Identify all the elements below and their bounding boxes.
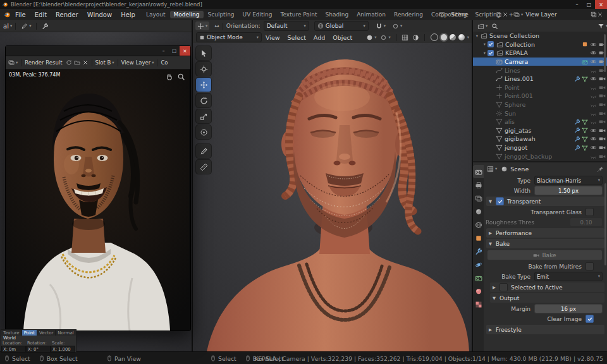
scene-selector[interactable]: ▾ Scene xyxy=(439,10,508,20)
active-tool-button[interactable]: ▾ xyxy=(195,21,209,30)
outliner-item-scene-collection[interactable]: ▾Scene Collection xyxy=(473,32,607,40)
properties-tab-view-layer[interactable] xyxy=(473,191,484,205)
minimize-button[interactable]: – xyxy=(571,0,583,9)
filter-width-slider[interactable]: 1.50 px xyxy=(534,186,603,195)
output-panel-header[interactable]: ▼ Output xyxy=(490,293,604,303)
orientation-dropdown[interactable]: Default▾ xyxy=(264,21,309,31)
hide-in-viewport-toggle[interactable] xyxy=(590,101,597,108)
render-layer-dropdown[interactable]: View Layer xyxy=(121,59,151,66)
hide-in-viewport-toggle[interactable] xyxy=(590,144,597,151)
outliner-item-alis[interactable]: alis xyxy=(473,118,607,126)
collection-checkbox[interactable] xyxy=(487,41,494,47)
properties-tab-material[interactable] xyxy=(473,284,484,298)
disable-in-renders-toggle[interactable] xyxy=(599,84,606,91)
render-result-selector[interactable]: Render Result xyxy=(25,59,62,66)
performance-panel-header[interactable]: ▶ Performance xyxy=(486,228,604,238)
pixel-filter-type-dropdown[interactable]: Blackman-Harris▾ xyxy=(534,176,603,185)
workspace-tab-modeling[interactable]: Modeling xyxy=(170,11,204,18)
annotate-tool[interactable] xyxy=(196,144,211,158)
unlink-image-icon[interactable] xyxy=(82,59,89,66)
image-editor-icon[interactable] xyxy=(8,59,15,66)
render-minimize-button[interactable]: – xyxy=(158,46,169,56)
workspace-tab-uv-editing[interactable]: UV Editing xyxy=(239,11,276,18)
viewport-menu-view[interactable]: View xyxy=(262,34,284,41)
clear-image-checkbox[interactable] xyxy=(586,315,594,323)
workspace-tab-rendering[interactable]: Rendering xyxy=(390,11,427,18)
view-layer-selector[interactable]: ▾ View Layer xyxy=(513,10,603,20)
outliner-item-jenggot[interactable]: jenggot xyxy=(473,143,607,152)
solid-shading-button[interactable] xyxy=(441,34,447,40)
outliner-item-sphere[interactable]: Sphere xyxy=(473,100,607,109)
transform-value-field[interactable]: X: 0m xyxy=(1,346,26,353)
freestyle-panel-header[interactable]: ▶ Freestyle xyxy=(486,325,604,334)
properties-tab-object[interactable] xyxy=(473,231,484,245)
transform-tool[interactable] xyxy=(196,125,211,139)
disclosure-triangle[interactable]: ▾ xyxy=(474,33,480,39)
properties-scrollbar[interactable] xyxy=(604,183,606,265)
hide-in-viewport-toggle[interactable] xyxy=(590,49,597,56)
scale-tool[interactable] xyxy=(196,109,211,123)
disable-in-renders-toggle[interactable] xyxy=(599,118,606,125)
outliner-scrollbar[interactable] xyxy=(604,34,606,72)
hide-in-viewport-toggle[interactable] xyxy=(590,67,597,74)
xray-toggle[interactable] xyxy=(410,34,421,41)
menu-render[interactable]: Render xyxy=(51,11,83,18)
hide-in-viewport-toggle[interactable] xyxy=(590,110,597,117)
disable-in-renders-toggle[interactable] xyxy=(599,135,606,142)
pan-hand-icon[interactable] xyxy=(165,73,173,81)
bake-button[interactable]: Bake xyxy=(487,250,603,260)
outliner-item-jenggot-backup[interactable]: jenggot_backup xyxy=(473,152,607,161)
properties-tab-render[interactable] xyxy=(473,165,484,178)
outliner-item-gigibawah[interactable]: gigibawah xyxy=(473,135,607,143)
transform-tab-point[interactable]: Point xyxy=(22,330,37,336)
snap-toggle[interactable]: ▾ xyxy=(374,23,388,30)
properties-editor-icon[interactable] xyxy=(487,166,494,173)
roughness-threshold-field[interactable]: 0.10 xyxy=(570,217,603,227)
menu-file[interactable]: File xyxy=(11,11,30,18)
outliner-item-lines[interactable]: Lines xyxy=(473,66,607,75)
transform-value-field[interactable]: X: 1.000 xyxy=(51,346,75,353)
disable-in-renders-toggle[interactable] xyxy=(599,101,606,108)
outliner-item-sun[interactable]: Sun xyxy=(473,109,607,118)
disable-in-renders-toggle[interactable] xyxy=(599,92,606,99)
transform-tab-texture[interactable]: Texture xyxy=(1,330,22,336)
bake-type-dropdown[interactable]: Emit▾ xyxy=(534,272,603,281)
zoom-icon[interactable] xyxy=(177,73,185,81)
transparent-checkbox[interactable] xyxy=(496,197,504,205)
remove-layer-icon[interactable] xyxy=(597,11,603,18)
workspace-tab-shading[interactable]: Shading xyxy=(322,11,353,18)
selected-to-active-checkbox[interactable] xyxy=(500,283,508,291)
select-visibility-dropdown[interactable]: ▾ xyxy=(364,34,378,41)
properties-tab-modifiers[interactable] xyxy=(473,245,484,258)
gizmos-dropdown[interactable]: ▾ xyxy=(378,34,392,41)
properties-tab-object-data[interactable] xyxy=(473,271,484,284)
transform-value-field[interactable]: X: 0° xyxy=(26,346,51,353)
transparent-panel-header[interactable]: ▼ Transparent xyxy=(486,197,604,206)
margin-slider[interactable]: 16 px xyxy=(534,304,603,313)
render-close-button[interactable]: × xyxy=(180,46,190,56)
disable-in-renders-toggle[interactable] xyxy=(599,153,606,160)
pass-dropdown-truncated[interactable]: Co xyxy=(161,59,168,66)
editor-type-button[interactable]: ▾ xyxy=(475,23,489,30)
disclosure-triangle[interactable]: ▾ xyxy=(482,51,487,56)
tool-options-icon[interactable] xyxy=(40,23,51,30)
outliner-item-camera[interactable]: Camera xyxy=(473,58,607,66)
render-result-image[interactable]: 03M, Peak: 376.74M xyxy=(6,70,190,331)
workspace-tab-layout[interactable]: Layout xyxy=(142,11,169,18)
hide-in-viewport-toggle[interactable] xyxy=(590,41,597,48)
hide-in-viewport-toggle[interactable] xyxy=(590,135,597,142)
disable-in-renders-toggle[interactable] xyxy=(599,127,606,134)
bake-panel-header[interactable]: ▼ Bake xyxy=(486,239,604,248)
disclosure-triangle[interactable]: ▾ xyxy=(482,42,487,47)
hide-in-viewport-toggle[interactable] xyxy=(590,118,597,125)
menu-edit[interactable]: Edit xyxy=(30,11,51,18)
workspace-tab-sculpting[interactable]: Sculpting xyxy=(204,11,238,18)
maximize-button[interactable]: □ xyxy=(583,0,595,9)
menu-window[interactable]: Window xyxy=(83,11,116,18)
render-maximize-button[interactable]: □ xyxy=(169,46,180,56)
properties-tab-world[interactable] xyxy=(473,218,484,231)
viewport-canvas[interactable] xyxy=(193,43,472,351)
disable-in-renders-toggle[interactable] xyxy=(599,110,606,117)
pin-icon[interactable] xyxy=(597,166,604,173)
show-overlays-toggle[interactable] xyxy=(400,34,410,41)
